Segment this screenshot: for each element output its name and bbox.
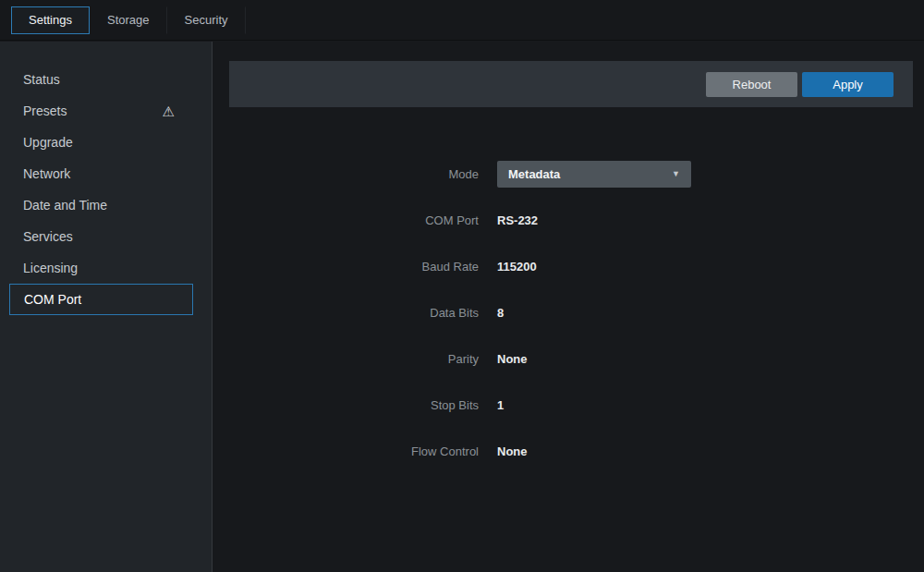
form-row-baud-rate: Baud Rate 115200 bbox=[229, 243, 913, 289]
sidebar-item-services[interactable]: Services bbox=[0, 221, 212, 252]
form-row-flow-control: Flow Control None bbox=[229, 428, 913, 474]
stop-bits-label: Stop Bits bbox=[229, 398, 497, 412]
flow-control-value: None bbox=[497, 444, 528, 458]
mode-selected-value: Metadata bbox=[508, 167, 560, 181]
baud-rate-value: 115200 bbox=[497, 260, 537, 274]
sidebar-item-com-port[interactable]: COM Port bbox=[9, 284, 193, 315]
data-bits-label: Data Bits bbox=[229, 306, 497, 320]
warning-icon: ⚠ bbox=[163, 104, 175, 118]
reboot-button[interactable]: Reboot bbox=[706, 72, 797, 97]
sidebar-item-label: Services bbox=[23, 229, 73, 244]
sidebar-item-status[interactable]: Status bbox=[0, 64, 212, 95]
sidebar-item-label: Licensing bbox=[23, 261, 78, 275]
stop-bits-value: 1 bbox=[497, 398, 504, 412]
mode-select[interactable]: Metadata ▼ bbox=[497, 161, 691, 188]
sidebar-item-presets[interactable]: Presets ⚠ bbox=[0, 95, 212, 127]
sidebar-item-licensing[interactable]: Licensing bbox=[0, 252, 212, 284]
com-port-value: RS-232 bbox=[497, 213, 538, 227]
action-bar: Reboot Apply bbox=[229, 61, 913, 107]
settings-sidebar: Status Presets ⚠ Upgrade Network Date an… bbox=[0, 42, 213, 572]
parity-label: Parity bbox=[229, 352, 497, 366]
apply-button[interactable]: Apply bbox=[802, 72, 894, 97]
tab-storage[interactable]: Storage bbox=[90, 6, 167, 34]
sidebar-item-label: Status bbox=[23, 72, 60, 87]
com-port-settings-panel: Reboot Apply Mode Metadata ▼ COM Port RS… bbox=[213, 42, 924, 572]
tab-settings[interactable]: Settings bbox=[11, 6, 90, 34]
baud-rate-label: Baud Rate bbox=[229, 260, 497, 274]
com-port-form: Mode Metadata ▼ COM Port RS-232 Baud Rat… bbox=[229, 151, 913, 474]
form-row-com-port: COM Port RS-232 bbox=[229, 197, 913, 243]
form-row-data-bits: Data Bits 8 bbox=[229, 289, 913, 335]
sidebar-item-network[interactable]: Network bbox=[0, 158, 212, 189]
top-navigation-bar: Settings Storage Security bbox=[0, 0, 924, 41]
sidebar-item-date-and-time[interactable]: Date and Time bbox=[0, 189, 212, 221]
sidebar-item-label: COM Port bbox=[24, 292, 81, 307]
form-row-parity: Parity None bbox=[229, 335, 913, 382]
sidebar-item-label: Presets bbox=[23, 103, 67, 118]
parity-value: None bbox=[497, 352, 528, 366]
mode-label: Mode bbox=[229, 167, 497, 181]
sidebar-item-upgrade[interactable]: Upgrade bbox=[0, 127, 212, 158]
tab-security[interactable]: Security bbox=[167, 6, 246, 34]
flow-control-label: Flow Control bbox=[229, 444, 497, 458]
chevron-down-icon: ▼ bbox=[672, 169, 680, 178]
form-row-stop-bits: Stop Bits 1 bbox=[229, 382, 913, 428]
sidebar-item-label: Date and Time bbox=[23, 198, 107, 213]
form-row-mode: Mode Metadata ▼ bbox=[229, 151, 913, 197]
com-port-label: COM Port bbox=[229, 213, 497, 227]
sidebar-item-label: Upgrade bbox=[23, 135, 73, 150]
data-bits-value: 8 bbox=[497, 306, 504, 320]
sidebar-item-label: Network bbox=[23, 166, 70, 181]
